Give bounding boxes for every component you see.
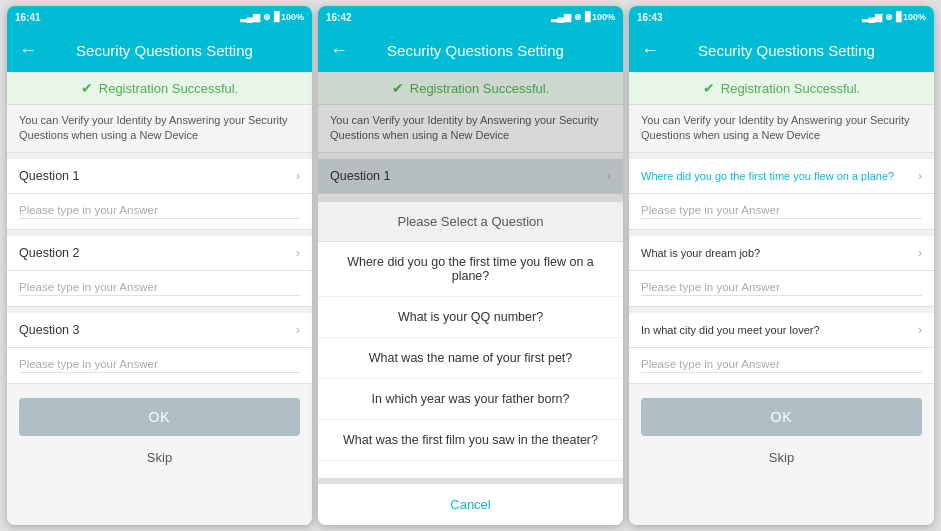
success-text-1: Registration Successful.: [99, 81, 238, 96]
dropdown-item-3[interactable]: In which year was your father born?: [318, 379, 623, 420]
phone-1: 16:41 ▂▄▆ ⊛ ▊100% ← Security Questions S…: [7, 6, 312, 525]
dropdown-item-2[interactable]: What was the name of your first pet?: [318, 338, 623, 379]
question-label-3-2: What is your dream job?: [641, 247, 760, 259]
question-row-1-3[interactable]: Question 3 ›: [7, 313, 312, 348]
back-button-2[interactable]: ←: [330, 40, 348, 61]
success-icon-1: ✔: [81, 80, 93, 96]
answer-input-3-1[interactable]: [641, 202, 922, 219]
wifi-icon-2: ⊛: [574, 12, 582, 22]
content-1: ✔ Registration Successful. You can Verif…: [7, 72, 312, 525]
dropdown-spacer: [318, 72, 623, 202]
ok-button-1[interactable]: OK: [19, 398, 300, 436]
signal-icon: ▂▄▆: [240, 12, 260, 22]
skip-button-3[interactable]: Skip: [629, 442, 934, 473]
answer-input-1-3[interactable]: [19, 356, 300, 373]
dropdown-flex-space: [318, 461, 623, 478]
app-bar-title-1: Security Questions Setting: [49, 42, 280, 59]
dropdown-item-4[interactable]: What was the first film you saw in the t…: [318, 420, 623, 461]
status-time-2: 16:42: [326, 12, 352, 23]
answer-row-3-3: [629, 348, 934, 384]
question-label-1-2: Question 2: [19, 246, 79, 260]
signal-icon-2: ▂▄▆: [551, 12, 571, 22]
status-time-1: 16:41: [15, 12, 41, 23]
dropdown-item-1[interactable]: What is your QQ number?: [318, 297, 623, 338]
dropdown-item-0[interactable]: Where did you go the first time you flew…: [318, 242, 623, 297]
question-label-3-3: In what city did you meet your lover?: [641, 324, 820, 336]
info-text-1: You can Verify your Identity by Answerin…: [7, 105, 312, 153]
answer-row-3-1: [629, 194, 934, 230]
app-bar-2: ← Security Questions Setting: [318, 28, 623, 72]
app-bar-3: ← Security Questions Setting: [629, 28, 934, 72]
question-label-1-1: Question 1: [19, 169, 79, 183]
wifi-icon: ⊛: [263, 12, 271, 22]
battery-icon-2: ▊100%: [585, 12, 615, 22]
app-bar-title-3: Security Questions Setting: [671, 42, 902, 59]
question-row-1-1[interactable]: Question 1 ›: [7, 159, 312, 194]
ok-btn-wrapper-1: OK: [7, 384, 312, 442]
status-bar-2: 16:42 ▂▄▆ ⊛ ▊100%: [318, 6, 623, 28]
status-time-3: 16:43: [637, 12, 663, 23]
content-3: ✔ Registration Successful. You can Verif…: [629, 72, 934, 525]
question-label-1-3: Question 3: [19, 323, 79, 337]
phone-3: 16:43 ▂▄▆ ⊛ ▊100% ← Security Questions S…: [629, 6, 934, 525]
ok-button-3[interactable]: OK: [641, 398, 922, 436]
answer-row-1-1: [7, 194, 312, 230]
skip-wrapper-3: Skip: [629, 442, 934, 473]
answer-input-1-1[interactable]: [19, 202, 300, 219]
chevron-icon-1-3: ›: [296, 323, 300, 337]
battery-icon: ▊100%: [274, 12, 304, 22]
question-row-3-1[interactable]: Where did you go the first time you flew…: [629, 159, 934, 194]
answer-input-3-3[interactable]: [641, 356, 922, 373]
success-banner-1: ✔ Registration Successful.: [7, 72, 312, 105]
back-button-1[interactable]: ←: [19, 40, 37, 61]
wifi-icon-3: ⊛: [885, 12, 893, 22]
success-icon-3: ✔: [703, 80, 715, 96]
dropdown-overlay: Please Select a Question Where did you g…: [318, 72, 623, 525]
chevron-icon-1-2: ›: [296, 246, 300, 260]
app-bar-title-2: Security Questions Setting: [360, 42, 591, 59]
dropdown-header: Please Select a Question: [318, 202, 623, 242]
dropdown-cancel-button[interactable]: Cancel: [318, 478, 623, 525]
answer-input-1-2[interactable]: [19, 279, 300, 296]
signal-icon-3: ▂▄▆: [862, 12, 882, 22]
dropdown-menu: Please Select a Question Where did you g…: [318, 202, 623, 525]
answer-row-1-2: [7, 271, 312, 307]
success-text-3: Registration Successful.: [721, 81, 860, 96]
skip-wrapper-1: Skip: [7, 442, 312, 473]
status-icons-2: ▂▄▆ ⊛ ▊100%: [551, 12, 615, 22]
question-row-3-3[interactable]: In what city did you meet your lover? ›: [629, 313, 934, 348]
battery-icon-3: ▊100%: [896, 12, 926, 22]
time-display-2: 16:42: [326, 12, 352, 23]
chevron-icon-3-1: ›: [918, 169, 922, 183]
answer-row-1-3: [7, 348, 312, 384]
question-row-1-2[interactable]: Question 2 ›: [7, 236, 312, 271]
ok-btn-wrapper-3: OK: [629, 384, 934, 442]
question-label-3-1: Where did you go the first time you flew…: [641, 170, 894, 182]
skip-button-1[interactable]: Skip: [7, 442, 312, 473]
answer-row-3-2: [629, 271, 934, 307]
success-banner-3: ✔ Registration Successful.: [629, 72, 934, 105]
answer-input-3-2[interactable]: [641, 279, 922, 296]
phone-2: 16:42 ▂▄▆ ⊛ ▊100% ← Security Questions S…: [318, 6, 623, 525]
status-bar-3: 16:43 ▂▄▆ ⊛ ▊100%: [629, 6, 934, 28]
chevron-icon-3-3: ›: [918, 323, 922, 337]
status-bar-1: 16:41 ▂▄▆ ⊛ ▊100%: [7, 6, 312, 28]
status-icons-1: ▂▄▆ ⊛ ▊100%: [240, 12, 304, 22]
question-row-3-2[interactable]: What is your dream job? ›: [629, 236, 934, 271]
info-text-3: You can Verify your Identity by Answerin…: [629, 105, 934, 153]
content-2: ✔ Registration Successful. You can Verif…: [318, 72, 623, 525]
chevron-icon-3-2: ›: [918, 246, 922, 260]
time-display: 16:41: [15, 12, 41, 23]
chevron-icon-1-1: ›: [296, 169, 300, 183]
app-bar-1: ← Security Questions Setting: [7, 28, 312, 72]
time-display-3: 16:43: [637, 12, 663, 23]
back-button-3[interactable]: ←: [641, 40, 659, 61]
status-icons-3: ▂▄▆ ⊛ ▊100%: [862, 12, 926, 22]
